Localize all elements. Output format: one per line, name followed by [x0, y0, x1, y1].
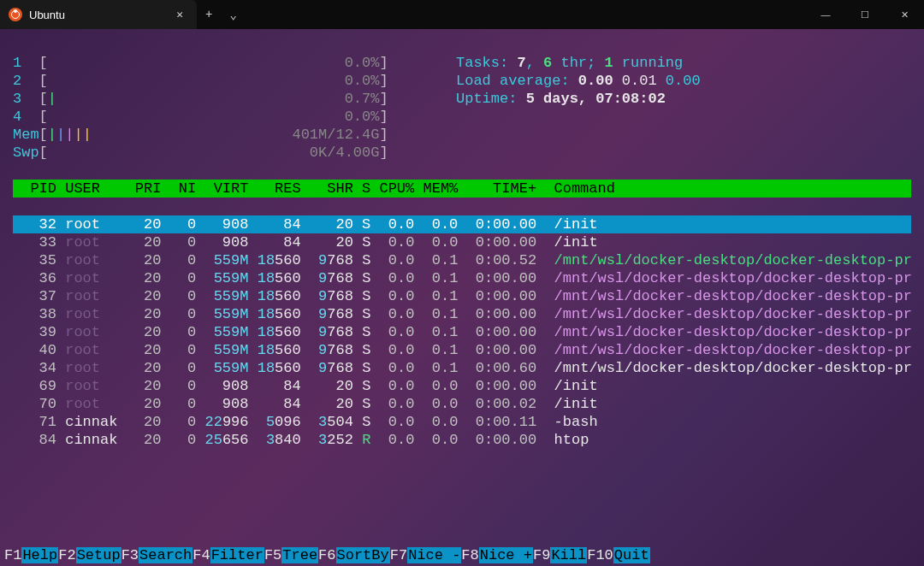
- cpu-bar-3: 3 [| 0.7%]: [13, 90, 430, 108]
- fkey-F10[interactable]: F10Quit: [587, 547, 649, 566]
- tab-close-button[interactable]: ✕: [171, 6, 188, 23]
- ubuntu-icon: [9, 8, 22, 21]
- process-row[interactable]: 33 root 20 0 908 84 20 S 0.0 0.0 0:00.00…: [13, 233, 911, 251]
- process-list[interactable]: 32 root 20 0 908 84 20 S 0.0 0.0 0:00.00…: [13, 215, 911, 449]
- uptime: Uptime: 5 days, 07:08:02: [456, 90, 701, 108]
- fkey-F8[interactable]: F8Nice +: [461, 547, 533, 566]
- process-row[interactable]: 84 cinnak 20 0 25656 3840 3252 R 0.0 0.0…: [13, 431, 911, 449]
- process-row[interactable]: 69 root 20 0 908 84 20 S 0.0 0.0 0:00.00…: [13, 377, 911, 395]
- cpu-bar-2: 2 [ 0.0%]: [13, 72, 430, 90]
- terminal-tab[interactable]: Ubuntu ✕: [0, 0, 197, 29]
- tab-dropdown-button[interactable]: ⌄: [221, 8, 245, 22]
- titlebar-left: Ubuntu ✕ + ⌄: [0, 0, 246, 29]
- tab-title: Ubuntu: [29, 9, 164, 21]
- function-key-bar: F1Help F2Setup F3SearchF4FilterF5Tree F6…: [0, 547, 924, 566]
- process-row[interactable]: 34 root 20 0 559M 18560 9768 S 0.0 0.1 0…: [13, 359, 911, 377]
- fkey-F4[interactable]: F4Filter: [192, 547, 264, 566]
- process-row[interactable]: 39 root 20 0 559M 18560 9768 S 0.0 0.1 0…: [13, 323, 911, 341]
- cpu-bar-1: 1 [ 0.0%]: [13, 54, 430, 72]
- process-header[interactable]: PID USER PRI NI VIRT RES SHR S CPU% MEM%…: [13, 180, 911, 198]
- maximize-button[interactable]: ☐: [845, 0, 885, 29]
- swp-bar: Swp[ 0K/4.00G]: [13, 144, 430, 162]
- terminal-content[interactable]: 1 [ 0.0%]2 [ 0.0%]3 [| 0.7%]4 [ 0.0%]Mem…: [0, 29, 924, 467]
- mem-bar: Mem[||||| 401M/12.4G]: [13, 126, 430, 144]
- process-row[interactable]: 35 root 20 0 559M 18560 9768 S 0.0 0.1 0…: [13, 251, 911, 269]
- process-row[interactable]: 40 root 20 0 559M 18560 9768 S 0.0 0.1 0…: [13, 341, 911, 359]
- tasks-summary: Tasks: 7, 6 thr; 1 running: [456, 54, 701, 72]
- fkey-F6[interactable]: F6SortBy: [318, 547, 390, 566]
- fkey-F2[interactable]: F2Setup: [58, 547, 121, 566]
- fkey-F9[interactable]: F9Kill: [533, 547, 587, 566]
- process-row[interactable]: 36 root 20 0 559M 18560 9768 S 0.0 0.1 0…: [13, 269, 911, 287]
- process-row[interactable]: 38 root 20 0 559M 18560 9768 S 0.0 0.1 0…: [13, 305, 911, 323]
- window-titlebar: Ubuntu ✕ + ⌄ — ☐ ✕: [0, 0, 924, 29]
- process-row[interactable]: 71 cinnak 20 0 22996 5096 3504 S 0.0 0.0…: [13, 413, 911, 431]
- process-row[interactable]: 70 root 20 0 908 84 20 S 0.0 0.0 0:00.02…: [13, 395, 911, 413]
- cpu-bar-4: 4 [ 0.0%]: [13, 108, 430, 126]
- load-average: Load average: 0.00 0.01 0.00: [456, 72, 701, 90]
- window-close-button[interactable]: ✕: [885, 0, 924, 29]
- fkey-F1[interactable]: F1Help: [4, 547, 58, 566]
- process-row[interactable]: 37 root 20 0 559M 18560 9768 S 0.0 0.1 0…: [13, 287, 911, 305]
- minimize-button[interactable]: —: [806, 0, 845, 29]
- new-tab-button[interactable]: +: [197, 8, 221, 21]
- fkey-F3[interactable]: F3Search: [121, 547, 193, 566]
- fkey-F7[interactable]: F7Nice -: [390, 547, 462, 566]
- fkey-F5[interactable]: F5Tree: [264, 547, 318, 566]
- window-controls: — ☐ ✕: [806, 0, 924, 29]
- process-row[interactable]: 32 root 20 0 908 84 20 S 0.0 0.0 0:00.00…: [13, 215, 911, 233]
